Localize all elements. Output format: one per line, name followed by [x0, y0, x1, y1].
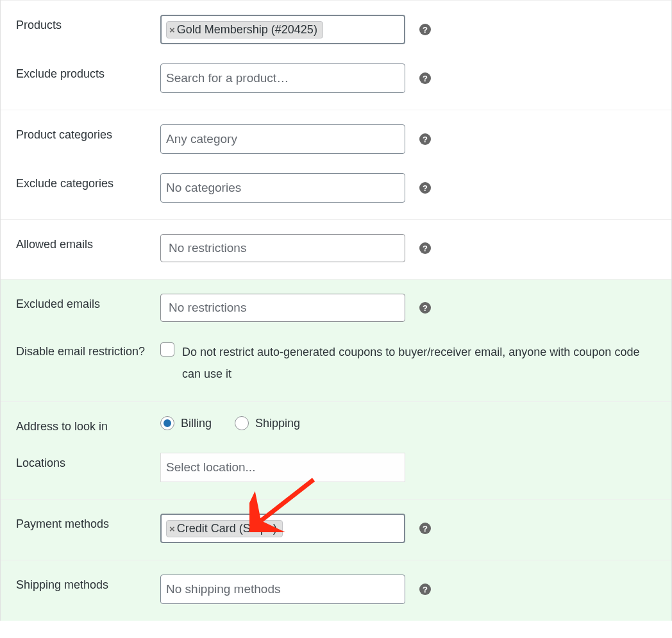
radio-billing-input[interactable] — [160, 416, 174, 430]
disable-email-restriction-label: Disable email restriction? — [16, 341, 160, 358]
help-icon[interactable]: ? — [419, 583, 431, 595]
shipping-methods-select[interactable]: No shipping methods — [160, 575, 405, 604]
products-label: Products — [16, 15, 160, 32]
product-tag-label: Gold Membership (#20425) — [177, 23, 317, 37]
excluded-emails-input[interactable] — [160, 294, 405, 322]
exclude-categories-placeholder: No categories — [166, 181, 241, 195]
help-icon[interactable]: ? — [419, 242, 431, 254]
locations-placeholder: Select location... — [166, 460, 255, 474]
help-icon[interactable]: ? — [419, 24, 431, 35]
section-products: Products × Gold Membership (#20425) ? Ex… — [1, 0, 671, 110]
allowed-emails-input[interactable] — [160, 234, 405, 262]
section-payment-methods: Payment methods × Credit Card (Stripe) ? — [1, 499, 671, 560]
exclude-categories-label: Exclude categories — [16, 173, 160, 190]
help-icon[interactable]: ? — [419, 133, 431, 145]
section-allowed-emails: Allowed emails ? — [1, 219, 671, 279]
address-look-in-label: Address to look in — [16, 416, 160, 433]
exclude-products-label: Exclude products — [16, 63, 160, 81]
section-categories: Product categories Any category ? Exclud… — [1, 110, 671, 219]
exclude-products-select[interactable]: Search for a product… — [160, 63, 405, 93]
disable-email-restriction-checkbox[interactable] — [160, 342, 174, 357]
radio-billing-label: Billing — [181, 417, 212, 430]
disable-email-restriction-description: Do not restrict auto-generated coupons t… — [182, 341, 656, 385]
payment-methods-select[interactable]: × Credit Card (Stripe) — [160, 514, 405, 543]
help-icon[interactable]: ? — [419, 302, 431, 314]
help-icon[interactable]: ? — [419, 72, 431, 84]
help-icon[interactable]: ? — [419, 523, 431, 534]
payment-method-tag: × Credit Card (Stripe) — [166, 520, 283, 537]
radio-shipping-label: Shipping — [255, 417, 300, 430]
radio-shipping[interactable]: Shipping — [235, 416, 300, 430]
exclude-products-placeholder: Search for a product… — [166, 71, 289, 85]
locations-select[interactable]: Select location... — [160, 453, 405, 482]
products-select[interactable]: × Gold Membership (#20425) — [160, 15, 405, 44]
allowed-emails-label: Allowed emails — [16, 234, 160, 251]
excluded-emails-label: Excluded emails — [16, 294, 160, 311]
product-categories-placeholder: Any category — [166, 132, 237, 146]
remove-tag-icon[interactable]: × — [169, 523, 175, 534]
address-radio-group: Billing Shipping — [160, 416, 300, 430]
product-categories-select[interactable]: Any category — [160, 124, 405, 154]
shipping-methods-label: Shipping methods — [16, 575, 160, 592]
product-tag: × Gold Membership (#20425) — [166, 21, 323, 38]
radio-billing[interactable]: Billing — [160, 416, 212, 430]
help-icon[interactable]: ? — [419, 182, 431, 194]
remove-tag-icon[interactable]: × — [169, 24, 175, 35]
product-categories-label: Product categories — [16, 124, 160, 142]
section-shipping-methods: Shipping methods No shipping methods ? — [1, 560, 671, 621]
payment-method-tag-label: Credit Card (Stripe) — [177, 522, 277, 535]
locations-label: Locations — [16, 453, 160, 470]
section-address: Address to look in Billing Shipping Loca… — [1, 401, 671, 499]
radio-shipping-input[interactable] — [235, 416, 249, 430]
section-excluded-emails: Excluded emails ? Disable email restrict… — [1, 279, 671, 401]
exclude-categories-select[interactable]: No categories — [160, 173, 405, 203]
payment-methods-label: Payment methods — [16, 514, 160, 531]
shipping-methods-placeholder: No shipping methods — [166, 582, 281, 596]
